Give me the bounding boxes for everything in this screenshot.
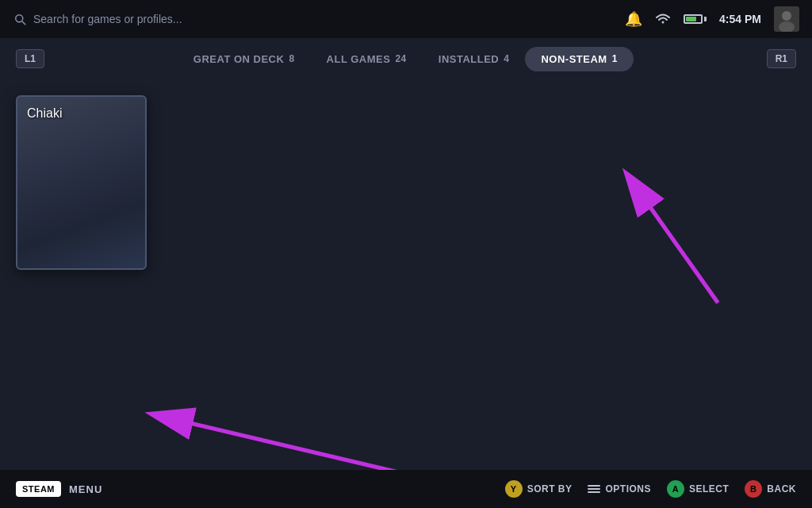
l1-button[interactable]: L1 (16, 49, 44, 68)
options-icon (588, 485, 600, 493)
r1-button[interactable]: R1 (767, 49, 796, 68)
time-display: 4:54 PM (719, 13, 761, 25)
svg-point-0 (662, 21, 665, 23)
top-bar-right: 🔔 4:54 PM (625, 6, 799, 32)
sort-by-label: SORT BY (527, 483, 573, 495)
top-bar: Search for games or profiles... 🔔 4:54 P… (0, 0, 812, 38)
search-placeholder: Search for games or profiles... (33, 13, 182, 25)
bottom-left: STEAM MENU (16, 481, 102, 497)
options-action[interactable]: OPTIONS (588, 483, 651, 495)
sort-by-action[interactable]: Y SORT BY (505, 480, 573, 498)
svg-line-7 (627, 175, 718, 302)
avatar[interactable] (774, 6, 799, 32)
a-button: A (667, 480, 684, 498)
main-content: Chiaki (0, 79, 812, 470)
search-bar[interactable]: Search for games or profiles... (13, 12, 615, 26)
bottom-right: Y SORT BY OPTIONS A SELECT B BACK (505, 480, 796, 498)
search-icon (13, 12, 27, 26)
back-action[interactable]: B BACK (745, 480, 796, 498)
bottom-bar: STEAM MENU Y SORT BY OPTIONS A SELECT B … (0, 470, 812, 508)
steam-button[interactable]: STEAM (16, 481, 61, 497)
signal-icon (655, 11, 671, 28)
y-button: Y (505, 480, 523, 498)
game-card-chiaki[interactable]: Chiaki (16, 95, 147, 270)
tab-non-steam[interactable]: NON-STEAM 1 (525, 47, 633, 71)
svg-line-6 (153, 414, 520, 470)
tab-installed[interactable]: INSTALLED 4 (423, 47, 526, 71)
tabs-center: GREAT ON DECK 8 ALL GAMES 24 INSTALLED 4… (44, 47, 767, 71)
svg-point-2 (782, 11, 791, 21)
select-action[interactable]: A SELECT (667, 480, 729, 498)
back-label: BACK (767, 483, 796, 495)
select-label: SELECT (689, 483, 729, 495)
tab-all-games[interactable]: ALL GAMES 24 (311, 47, 423, 71)
battery-icon (684, 14, 707, 24)
options-label: OPTIONS (605, 483, 651, 495)
notification-icon[interactable]: 🔔 (625, 10, 642, 28)
tabs-bar: L1 GREAT ON DECK 8 ALL GAMES 24 INSTALLE… (0, 38, 812, 79)
b-button: B (745, 480, 762, 498)
game-title: Chiaki (27, 106, 62, 121)
tab-great-on-deck[interactable]: GREAT ON DECK 8 (178, 47, 311, 71)
menu-label: MENU (69, 483, 102, 495)
